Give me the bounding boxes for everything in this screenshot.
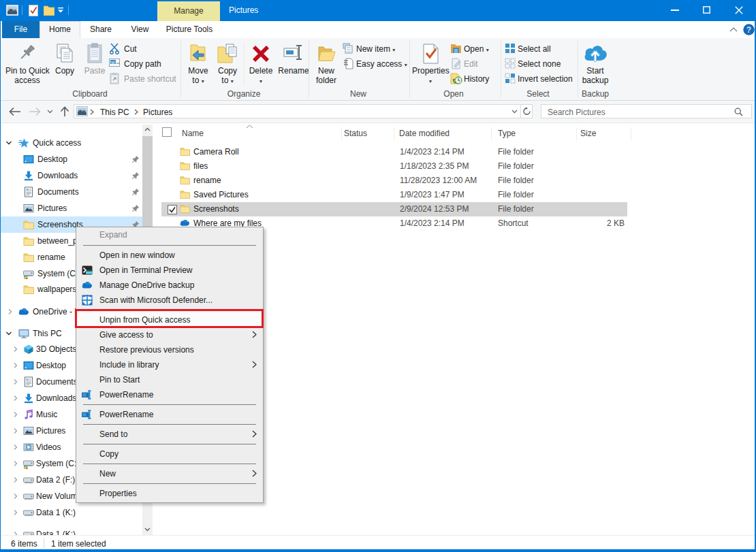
svg-text:?: ? [746, 25, 751, 35]
svg-text:W: W [111, 61, 115, 65]
